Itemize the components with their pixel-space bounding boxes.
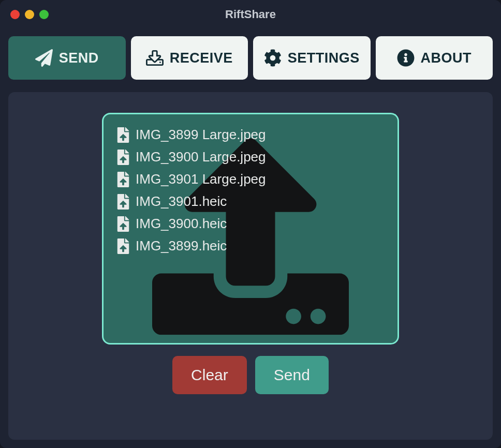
file-name: IMG_3899.heic — [136, 238, 227, 254]
file-item[interactable]: IMG_3901 Large.jpeg — [117, 171, 384, 187]
file-name: IMG_3900.heic — [136, 216, 227, 232]
minimize-button[interactable] — [25, 10, 34, 19]
content-panel: IMG_3899 Large.jpeg IMG_3900 Large.jpeg … — [8, 92, 493, 440]
tab-receive-label: RECEIVE — [170, 50, 233, 66]
file-upload-icon — [117, 172, 129, 187]
action-buttons: Clear Send — [172, 356, 329, 394]
tab-receive[interactable]: RECEIVE — [131, 36, 248, 80]
close-button[interactable] — [10, 10, 20, 19]
file-item[interactable]: IMG_3899 Large.jpeg — [117, 127, 384, 143]
file-item[interactable]: IMG_3901.heic — [117, 193, 384, 210]
tab-settings-label: SETTINGS — [288, 50, 360, 66]
tab-send-label: SEND — [59, 50, 99, 66]
send-button[interactable]: Send — [255, 356, 329, 394]
file-name: IMG_3900 Large.jpeg — [136, 149, 266, 165]
file-upload-icon — [117, 150, 129, 165]
file-upload-icon — [117, 127, 129, 143]
file-upload-icon — [117, 238, 129, 254]
gear-icon — [264, 49, 282, 67]
titlebar: RiftShare — [0, 0, 501, 29]
main-window: RiftShare SEND RECEIVE SETTINGS ABOUT — [0, 0, 501, 448]
file-item[interactable]: IMG_3900 Large.jpeg — [117, 149, 384, 165]
tab-settings[interactable]: SETTINGS — [253, 36, 371, 80]
file-name: IMG_3899 Large.jpeg — [136, 127, 266, 143]
file-upload-icon — [117, 194, 129, 210]
maximize-button[interactable] — [39, 10, 49, 19]
file-dropzone[interactable]: IMG_3899 Large.jpeg IMG_3900 Large.jpeg … — [102, 113, 399, 345]
file-item[interactable]: IMG_3899.heic — [117, 238, 384, 254]
file-name: IMG_3901 Large.jpeg — [136, 171, 266, 187]
clear-button[interactable]: Clear — [172, 356, 247, 394]
tab-about[interactable]: ABOUT — [376, 36, 493, 80]
paper-plane-icon — [35, 49, 53, 67]
tab-about-label: ABOUT — [421, 50, 472, 66]
tab-send[interactable]: SEND — [8, 36, 126, 80]
download-icon — [146, 49, 164, 67]
window-controls — [10, 10, 49, 19]
file-item[interactable]: IMG_3900.heic — [117, 216, 384, 232]
file-list: IMG_3899 Large.jpeg IMG_3900 Large.jpeg … — [104, 114, 397, 266]
file-upload-icon — [117, 216, 129, 232]
window-title: RiftShare — [10, 8, 491, 21]
info-icon — [397, 49, 415, 67]
file-name: IMG_3901.heic — [136, 193, 227, 210]
tab-bar: SEND RECEIVE SETTINGS ABOUT — [0, 29, 501, 84]
